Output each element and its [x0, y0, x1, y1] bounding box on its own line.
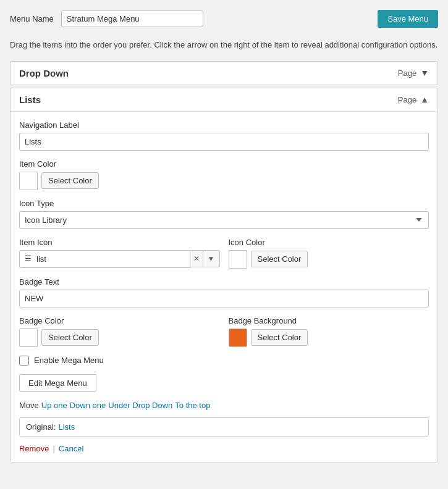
move-label: Move — [19, 401, 39, 410]
item-color-button[interactable]: Select Color — [41, 172, 99, 189]
badge-background-picker-row: Select Color — [229, 328, 429, 347]
icon-color-button[interactable]: Select Color — [251, 251, 308, 267]
navigation-label-group: Navigation Label — [19, 120, 429, 151]
badge-background-label: Badge Background — [229, 316, 429, 325]
badge-color-button[interactable]: Select Color — [41, 329, 99, 346]
item-color-group: Item Color Select Color — [19, 159, 429, 190]
remove-link[interactable]: Remove — [19, 444, 49, 453]
enable-mega-menu-checkbox[interactable] — [19, 356, 29, 366]
badge-color-label: Badge Color — [19, 316, 220, 325]
icon-color-row: Select Color — [229, 250, 429, 269]
icon-type-group: Icon Type Icon Library Custom Icon No Ic… — [19, 199, 429, 229]
original-link[interactable]: Lists — [58, 422, 75, 432]
dropdown-item-type: Page — [398, 69, 416, 78]
item-color-row: Select Color — [19, 172, 429, 190]
badge-background-button[interactable]: Select Color — [251, 329, 308, 346]
badge-background-swatch[interactable] — [229, 328, 247, 347]
navigation-label-input[interactable] — [19, 133, 429, 151]
lists-item-type: Page — [398, 95, 416, 104]
lists-item: Lists Page ▲ Navigation Label Item Color… — [10, 88, 438, 462]
item-color-label: Item Color — [19, 159, 429, 169]
original-row: Original: Lists — [19, 417, 429, 437]
dropdown-item-title: Drop Down — [19, 68, 398, 78]
icon-color-swatch[interactable] — [229, 250, 247, 269]
item-icon-group: Item Icon ☰ list ✕ ▼ — [19, 238, 220, 269]
dropdown-chevron-icon[interactable]: ▼ — [420, 68, 429, 78]
item-icon-value: list — [36, 254, 46, 264]
lists-chevron-icon[interactable]: ▲ — [420, 94, 429, 104]
icon-color-group: Icon Color Select Color — [229, 238, 429, 269]
edit-mega-menu-button[interactable]: Edit Mega Menu — [19, 374, 96, 392]
lists-item-expanded: Navigation Label Item Color Select Color… — [11, 111, 437, 462]
dropdown-item-header[interactable]: Drop Down Page ▼ — [11, 62, 437, 85]
badge-color-group: Badge Color Select Color — [19, 316, 220, 347]
item-icon-input[interactable]: ☰ list — [19, 250, 190, 268]
enable-mega-menu-label: Enable Mega Menu — [34, 356, 104, 365]
menu-name-label: Menu Name — [10, 14, 54, 23]
drag-info-text: Drag the items into the order you prefer… — [10, 39, 438, 51]
lists-item-title: Lists — [19, 94, 398, 105]
action-row: Remove | Cancel — [19, 444, 429, 453]
original-label: Original: — [26, 422, 56, 432]
lists-item-header[interactable]: Lists Page ▲ — [11, 88, 437, 111]
item-icon-dropdown-button[interactable]: ▼ — [203, 250, 220, 267]
badge-color-row: Badge Color Select Color Badge Backgroun… — [19, 316, 429, 347]
item-icon-label: Item Icon — [19, 238, 220, 247]
move-to-top-link[interactable]: To the top — [175, 401, 210, 410]
cancel-link[interactable]: Cancel — [59, 444, 83, 453]
navigation-label-label: Navigation Label — [19, 120, 429, 130]
enable-mega-menu-group: Enable Mega Menu — [19, 356, 429, 366]
badge-background-group: Badge Background Select Color — [229, 316, 429, 347]
move-under-dropdown-link[interactable]: Under Drop Down — [108, 401, 172, 410]
action-separator: | — [53, 444, 54, 453]
badge-color-swatch[interactable] — [19, 328, 38, 347]
badge-text-group: Badge Text — [19, 277, 429, 307]
badge-text-input[interactable] — [19, 290, 429, 307]
item-icon-clear-button[interactable]: ✕ — [190, 250, 203, 267]
badge-text-label: Badge Text — [19, 277, 429, 286]
list-icon: ☰ — [25, 254, 32, 263]
icon-color-label: Icon Color — [229, 238, 429, 247]
menu-name-input[interactable] — [61, 10, 203, 27]
icon-row: Item Icon ☰ list ✕ ▼ Icon Color Sele — [19, 238, 429, 269]
move-down-one-link[interactable]: Down one — [70, 401, 106, 410]
icon-type-select[interactable]: Icon Library Custom Icon No Icon — [19, 211, 429, 229]
icon-type-label: Icon Type — [19, 199, 429, 208]
badge-color-picker-row: Select Color — [19, 328, 220, 347]
item-color-swatch[interactable] — [19, 172, 38, 190]
dropdown-item: Drop Down Page ▼ — [10, 61, 438, 85]
move-up-one-link[interactable]: Up one — [41, 401, 67, 410]
move-row: Move Up one Down one Under Drop Down To … — [19, 401, 429, 410]
save-menu-button[interactable]: Save Menu — [378, 10, 438, 28]
